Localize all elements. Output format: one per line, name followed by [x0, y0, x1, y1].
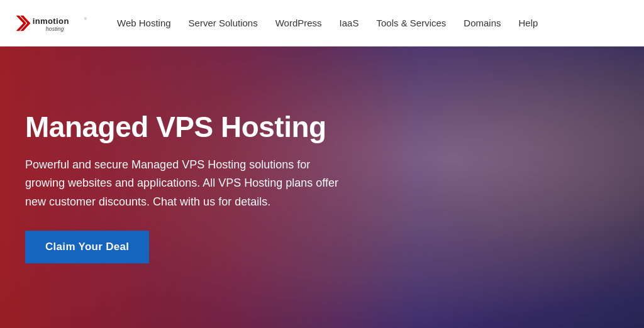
nav-link-help[interactable]: Help	[519, 18, 538, 28]
nav-item-iaas[interactable]: IaaS	[340, 18, 359, 29]
nav-item-tools-services[interactable]: Tools & Services	[376, 18, 446, 29]
nav-link-server-solutions[interactable]: Server Solutions	[189, 18, 258, 28]
nav-item-domains[interactable]: Domains	[464, 18, 501, 29]
nav-link-iaas[interactable]: IaaS	[340, 18, 359, 28]
nav-item-wordpress[interactable]: WordPress	[275, 18, 322, 29]
hero-description: Powerful and secure Managed VPS Hosting …	[25, 156, 352, 212]
hero-content: Managed VPS Hosting Powerful and secure …	[0, 111, 377, 263]
claim-deal-button[interactable]: Claim Your Deal	[25, 231, 149, 263]
svg-text:hosting: hosting	[46, 26, 64, 32]
svg-text:®: ®	[84, 17, 87, 21]
nav-item-help[interactable]: Help	[519, 18, 538, 29]
hero-title: Managed VPS Hosting	[25, 111, 352, 143]
nav-item-server-solutions[interactable]: Server Solutions	[189, 18, 258, 29]
svg-text:inmotion: inmotion	[33, 16, 69, 25]
nav-item-web-hosting[interactable]: Web Hosting	[117, 18, 171, 29]
nav-link-domains[interactable]: Domains	[464, 18, 501, 28]
inmotion-logo: inmotion hosting ®	[15, 9, 97, 37]
hero-section: Managed VPS Hosting Powerful and secure …	[0, 46, 644, 328]
nav-link-web-hosting[interactable]: Web Hosting	[117, 18, 171, 28]
navbar: inmotion hosting ® Web Hosting Server So…	[0, 0, 644, 46]
logo[interactable]: inmotion hosting ®	[15, 9, 97, 37]
nav-link-wordpress[interactable]: WordPress	[275, 18, 322, 28]
nav-link-tools-services[interactable]: Tools & Services	[376, 18, 446, 28]
nav-links: Web Hosting Server Solutions WordPress I…	[117, 18, 538, 29]
